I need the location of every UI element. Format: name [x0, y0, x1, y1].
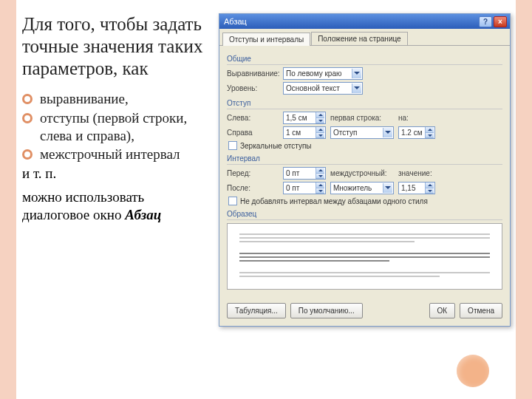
level-select[interactable]: Основной текст: [283, 82, 363, 95]
tab-indents[interactable]: Отступы и интервалы: [222, 33, 310, 46]
dialog-buttons: Табуляция... По умолчанию... ОК Отмена: [219, 299, 510, 326]
tab-position[interactable]: Положение на странице: [311, 32, 407, 45]
indent-right-spin[interactable]: 1 см: [283, 126, 326, 139]
after-label: После:: [227, 184, 279, 192]
checkbox-icon: [228, 197, 237, 205]
dialog-column: Абзац ? × Отступы и интервалы Положение …: [214, 13, 516, 399]
bullet-icon: [22, 113, 33, 123]
section-interval: Интервал: [227, 154, 502, 165]
before-spin[interactable]: 0 пт: [283, 167, 326, 180]
indent-right-label: Справа: [227, 129, 279, 137]
cancel-button[interactable]: Отмена: [460, 303, 502, 318]
tabstops-button[interactable]: Табуляция...: [227, 303, 286, 318]
section-general: Общие: [227, 55, 502, 65]
chevron-down-icon: [383, 128, 392, 137]
text-column: Для того, чтобы задать точные значения т…: [22, 13, 214, 399]
bullet-list: выравнивание, отступы (первой строки, сл…: [22, 90, 208, 163]
align-select[interactable]: По левому краю: [283, 67, 363, 80]
list-item: отступы (первой строки, слева и справа),: [22, 109, 208, 145]
after-spin[interactable]: 0 пт: [283, 182, 326, 194]
section-indent: Отступ: [227, 99, 502, 109]
indent-left-label: Слева:: [227, 114, 279, 122]
value-label: значение:: [398, 169, 431, 177]
bullet-icon: [22, 149, 33, 160]
first-line-by-spin[interactable]: 1.2 см: [398, 126, 435, 139]
line-value-spin[interactable]: 1,15: [398, 182, 435, 194]
help-button[interactable]: ?: [479, 16, 492, 27]
slide: Для того, чтобы задать точные значения т…: [0, 0, 532, 399]
before-label: Перед:: [227, 169, 279, 177]
section-preview: Образец: [227, 210, 502, 220]
paragraph-2: можно использовать диалоговое окно Абзац: [22, 188, 208, 225]
indent-left-spin[interactable]: 1,5 см: [283, 112, 326, 124]
list-item: межстрочный интервал: [22, 146, 208, 163]
close-button[interactable]: ×: [494, 16, 507, 27]
bullet-icon: [22, 94, 33, 104]
tab-strip: Отступы и интервалы Положение на страниц…: [219, 29, 510, 46]
line-spacing-select[interactable]: Множитель: [330, 182, 394, 194]
list-item: выравнивание,: [22, 90, 208, 108]
chevron-down-icon: [352, 83, 361, 93]
chevron-down-icon: [383, 183, 392, 193]
mirror-checkbox[interactable]: Зеркальные отступы: [228, 141, 502, 150]
dialog-title: Абзац: [222, 17, 477, 26]
preview-box: [227, 223, 502, 290]
line-spacing-label: междустрочный:: [330, 169, 394, 177]
first-line-select[interactable]: Отступ: [330, 126, 394, 139]
paragraph-dialog: Абзац ? × Отступы и интервалы Положение …: [219, 13, 511, 327]
ok-button[interactable]: ОК: [429, 303, 456, 318]
default-button[interactable]: По умолчанию...: [290, 303, 363, 318]
align-label: Выравнивание:: [227, 69, 279, 78]
decorative-circle-icon: [457, 355, 489, 387]
first-line-label: первая строка:: [330, 114, 394, 122]
slide-title: Для того, чтобы задать точные значения т…: [22, 13, 208, 80]
level-label: Уровень:: [227, 84, 279, 92]
titlebar: Абзац ? ×: [219, 14, 510, 29]
checkbox-icon: [228, 141, 237, 150]
noadd-checkbox[interactable]: Не добавлять интервал между абзацами одн…: [228, 197, 502, 205]
by-label: на:: [398, 114, 415, 122]
chevron-down-icon: [352, 69, 361, 78]
tail-text: и т. п.: [22, 165, 208, 183]
dialog-body: Общие Выравнивание: По левому краю Урове…: [219, 46, 510, 299]
